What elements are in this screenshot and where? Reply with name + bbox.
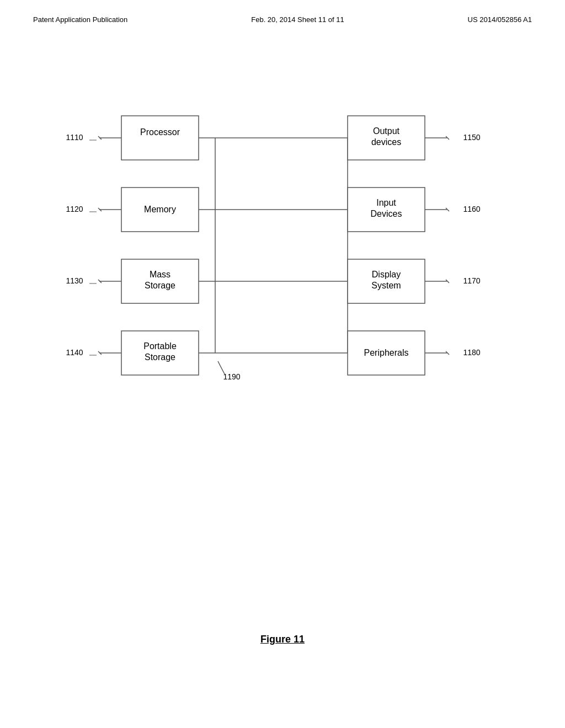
ref-1190: 1190 xyxy=(223,372,240,381)
mass-storage-label-2: Storage xyxy=(145,281,175,290)
header-right: US 2014/052856 A1 xyxy=(468,15,532,24)
ref-1120: 1120 xyxy=(66,205,83,213)
ref-1180: 1180 xyxy=(463,348,480,357)
input-devices-label-2: Devices xyxy=(371,209,402,218)
portable-storage-label-2: Storage xyxy=(145,352,175,362)
output-devices-label-1: Output xyxy=(373,126,400,136)
ref-1140: 1140 xyxy=(66,348,83,357)
header-left: Patent Application Publication xyxy=(33,15,127,24)
ref-1170: 1170 xyxy=(463,276,480,285)
output-devices-label-2: devices xyxy=(371,137,401,147)
portable-storage-label-1: Portable xyxy=(143,341,177,351)
ref-1160: 1160 xyxy=(463,205,480,213)
header-center: Feb. 20, 2014 Sheet 11 of 11 xyxy=(251,15,344,24)
ref-1150: 1150 xyxy=(463,133,480,142)
ref-1190-line xyxy=(218,361,225,375)
ref-1110: 1110 xyxy=(66,133,83,142)
diagram-area: Processor 1110 Memory 1120 Mass Storage … xyxy=(0,105,565,447)
page-header: Patent Application Publication Feb. 20, … xyxy=(0,0,565,24)
circuit-diagram: Processor 1110 Memory 1120 Mass Storage … xyxy=(0,105,565,447)
processor-box xyxy=(121,116,199,160)
ref-1130: 1130 xyxy=(66,276,83,285)
memory-label: Memory xyxy=(144,205,176,214)
display-system-label-1: Display xyxy=(372,270,401,279)
peripherals-label: Peripherals xyxy=(364,348,409,357)
processor-label: Processor xyxy=(140,127,180,137)
mass-storage-label-1: Mass xyxy=(150,270,170,279)
input-devices-label-1: Input xyxy=(376,198,396,207)
figure-caption: Figure 11 xyxy=(0,634,565,645)
display-system-label-2: System xyxy=(371,281,401,290)
